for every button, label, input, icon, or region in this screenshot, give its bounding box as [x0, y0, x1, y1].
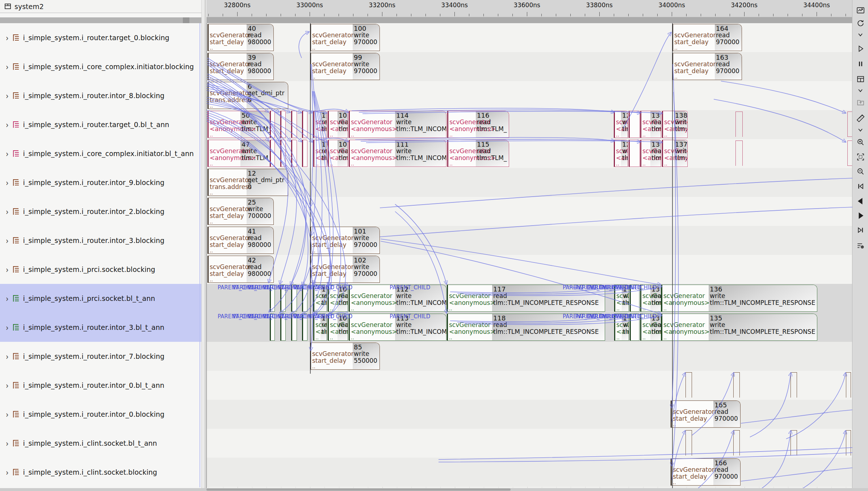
stream-track-i_simple_system.i_router.target_0.blocking[interactable]: 40scvGeneratorreadstart_delay980000..100…	[207, 23, 852, 52]
sidebar-item-i_simple_system.i_prci.socket.blocking[interactable]: ›i_simple_system.i_prci.socket.blocking	[0, 255, 201, 284]
stream-track-i_simple_system.i_core_complex.initiator.blocking[interactable]: 39scvGeneratorreadstart_delay980000..99s…	[207, 52, 852, 81]
transaction-block[interactable]	[270, 140, 275, 167]
transaction-block-114[interactable]: 114scvGeneratorwrite<anonymous>tlm::TLM_…	[349, 111, 446, 138]
transaction-block[interactable]	[291, 111, 297, 138]
transaction-block-12[interactable]: 12scvGeneratorwrite<anonymous>tlm::TLM_.…	[614, 140, 628, 167]
transaction-block[interactable]	[685, 430, 692, 456]
pause-icon[interactable]	[855, 59, 865, 69]
transaction-block[interactable]	[733, 372, 740, 398]
refresh-icon[interactable]	[855, 18, 865, 28]
transaction-block[interactable]	[846, 372, 851, 398]
expand-chevron-icon[interactable]: ›	[6, 293, 9, 303]
sidebar-item-i_simple_system.i_router.intor_0.bl_t_ann[interactable]: ›i_simple_system.i_router.intor_0.bl_t_a…	[0, 371, 201, 400]
transaction-block-11[interactable]: 11scvGeneratorread<anonymous>tlm::TLM_..	[313, 140, 327, 167]
transaction-block-1[interactable]: 1scvGeneratorwrite<anonymous>tlm::TLM_..	[614, 285, 629, 312]
transaction-block[interactable]	[629, 140, 640, 167]
transaction-block-11[interactable]: 11scvGeneratorread<anonymous>tlm::TLM_..	[313, 314, 327, 341]
chevron-down-icon[interactable]	[855, 30, 865, 40]
horizontal-scrollbar[interactable]	[0, 488, 868, 491]
sidebar-item-i_simple_system.i_core_complex.initiator.bl_t_ann[interactable]: ›i_simple_system.i_core_complex.initiato…	[0, 139, 201, 168]
stream-track-i_simple_system.i_clint.socket.bl_t_ann[interactable]	[207, 429, 852, 458]
transaction-block-10[interactable]: 10scvGeneratorread<anonymous>tlm::TLM_..	[328, 314, 348, 341]
transaction-block[interactable]	[630, 314, 640, 341]
transaction-block-135[interactable]: 135scvGeneratorwrite<anonymous>tlm::TLM_…	[661, 314, 817, 341]
transaction-block-11[interactable]: 11scvGeneratorread<anonymous>tlm::TLM_..	[313, 111, 327, 138]
sidebar-item-i_simple_system.i_clint.socket.bl_t_ann[interactable]: ›i_simple_system.i_clint.socket.bl_t_ann	[0, 429, 201, 458]
list-settings-icon[interactable]	[855, 240, 865, 251]
expand-chevron-icon[interactable]: ›	[6, 409, 9, 419]
zoom-in-icon[interactable]	[855, 137, 865, 147]
transaction-block-118[interactable]: 118scvGeneratorread<anonymous>tlm::TLM_I…	[447, 314, 605, 341]
waveform-config-icon[interactable]	[855, 5, 865, 15]
expand-chevron-icon[interactable]: ›	[6, 119, 9, 130]
sidebar-item-i_simple_system.i_router.intor_9.blocking[interactable]: ›i_simple_system.i_router.intor_9.blocki…	[0, 168, 201, 197]
transaction-block[interactable]	[270, 285, 275, 312]
transaction-block-136[interactable]: 136scvGeneratorwrite<anonymous>tlm::TLM_…	[661, 285, 817, 312]
transaction-block-13[interactable]: 13scvGeneratorread<anonymous>tlm::TLM_..	[640, 140, 661, 167]
expand-chevron-icon[interactable]: ›	[6, 438, 9, 448]
ruler-icon[interactable]	[855, 113, 865, 123]
transaction-block[interactable]	[791, 372, 797, 398]
transaction-block-100[interactable]: 100scvGeneratorwritestart_delay970000..	[310, 24, 380, 51]
transaction-block-11[interactable]: 11scvGeneratorread<anonymous>tlm::TLM_..	[313, 285, 327, 312]
transaction-block-164[interactable]: 164scvGeneratorreadstart_delay970000..	[672, 24, 742, 51]
zoom-out-icon[interactable]	[855, 166, 865, 176]
transaction-block-13[interactable]: 13scvGeneratorread<anonymous>tlm::TLM_..	[640, 314, 661, 341]
transaction-block[interactable]	[735, 140, 743, 166]
transaction-block-42[interactable]: 42scvGeneratorreadstart_delay980000..	[207, 256, 274, 283]
transaction-block[interactable]	[846, 430, 851, 456]
transaction-block[interactable]	[291, 314, 297, 341]
transaction-block-117[interactable]: 117scvGeneratorread<anonymous>tlm::TLM_I…	[447, 285, 605, 312]
sidebar-item-i_simple_system.i_router.target_0.blocking[interactable]: ›i_simple_system.i_router.target_0.block…	[0, 23, 201, 52]
transaction-block-85[interactable]: 85scvGeneratorwritestart_delay550000..	[310, 343, 380, 370]
transaction-block-113[interactable]: 113scvGeneratorwrite<anonymous>tlm::TLM_…	[349, 314, 446, 341]
stream-track-i_simple_system.i_router.intor_7.blocking[interactable]: 85scvGeneratorwritestart_delay550000..	[207, 342, 852, 371]
sidebar-item-i_simple_system.i_clint.socket.blocking[interactable]: ›i_simple_system.i_clint.socket.blocking	[0, 458, 201, 487]
expand-chevron-icon[interactable]: ›	[6, 351, 9, 361]
transaction-block-1[interactable]: 1scvGeneratorwrite<anonymous>tlm::TLM_..	[614, 314, 629, 341]
stream-track-i_simple_system.i_router.intor_3.bl_t_ann[interactable]: 11scvGeneratorread<anonymous>tlm::TLM_..…	[207, 313, 852, 342]
transaction-block[interactable]	[280, 111, 286, 138]
transaction-block[interactable]	[270, 111, 275, 138]
expand-chevron-icon[interactable]: ›	[6, 62, 9, 72]
transaction-block[interactable]	[302, 314, 307, 341]
transaction-block[interactable]	[302, 140, 307, 167]
transaction-block-112[interactable]: 112scvGeneratorwrite<anonymous>tlm::TLM_…	[349, 285, 446, 312]
sidebar-scrollbar[interactable]	[0, 17, 201, 23]
sidebar-item-i_simple_system.i_router.intor_7.blocking[interactable]: ›i_simple_system.i_router.intor_7.blocki…	[0, 342, 201, 371]
chevron-down-icon[interactable]	[855, 125, 865, 135]
transaction-block-138[interactable]: 138scvGeneratorwrite<anonymous>tlm::TLM_…	[662, 111, 688, 138]
transaction-block-10[interactable]: 10scvGeneratorread<anonymous>tlm::TLM_..	[328, 285, 348, 312]
transaction-block-39[interactable]: 39scvGeneratorreadstart_delay980000..	[207, 53, 274, 80]
transaction-block[interactable]	[280, 140, 286, 167]
transaction-block[interactable]	[291, 140, 297, 167]
stream-track-i_simple_system.i_core_complex.initiator.bl_t_ann[interactable]: 47scvGeneratorwrite<anonymous>tlm::TLM_.…	[207, 139, 852, 168]
goto-start-icon[interactable]	[855, 181, 865, 191]
sidebar-item-i_simple_system.i_router.intor_2.blocking[interactable]: ›i_simple_system.i_router.intor_2.blocki…	[0, 197, 201, 226]
transaction-block[interactable]	[280, 314, 286, 341]
transaction-block[interactable]	[302, 285, 307, 312]
transaction-block-40[interactable]: 40scvGeneratorreadstart_delay980000..	[207, 24, 274, 51]
stream-track-i_simple_system.i_prci.socket.bl_t_ann[interactable]: 11scvGeneratorread<anonymous>tlm::TLM_..…	[207, 284, 852, 313]
transaction-block-165[interactable]: 165scvGeneratorreadstart_delay970000..	[671, 400, 741, 428]
expand-chevron-icon[interactable]: ›	[6, 467, 9, 477]
transaction-block-116[interactable]: 116scvGeneratorread<anonymous>tlm::TLM_.…	[447, 111, 509, 138]
transaction-block-6[interactable]: 6scvGeneratorget_dmi_ptrtrans.address0..	[207, 82, 288, 109]
sidebar-item-i_simple_system.i_router.intor_0.blocking[interactable]: ›i_simple_system.i_router.intor_0.blocki…	[0, 400, 201, 429]
transaction-block-101[interactable]: 101scvGeneratorwritestart_delay970000..	[310, 227, 380, 254]
sidebar-item-i_simple_system.i_router.intor_3.bl_t_ann[interactable]: ›i_simple_system.i_router.intor_3.bl_t_a…	[0, 313, 201, 342]
expand-chevron-icon[interactable]: ›	[6, 235, 9, 246]
transaction-block[interactable]	[735, 112, 743, 137]
stream-track-i_simple_system.i_clint.socket.blocking[interactable]: 166scvGeneratorreadstart_delay970000..	[207, 458, 852, 487]
transaction-block[interactable]	[630, 285, 640, 312]
transaction-block-166[interactable]: 166scvGeneratorreadstart_delay970000..	[671, 458, 741, 486]
transaction-block-163[interactable]: 163scvGeneratorreadstart_delay970000..	[672, 53, 742, 80]
transaction-block[interactable]	[733, 430, 740, 456]
transaction-block[interactable]	[291, 285, 297, 312]
sidebar-item-i_simple_system.i_router.intor_8.blocking[interactable]: ›i_simple_system.i_router.intor_8.blocki…	[0, 81, 201, 110]
transaction-block-41[interactable]: 41scvGeneratorreadstart_delay980000..	[207, 227, 274, 254]
expand-chevron-icon[interactable]: ›	[6, 264, 9, 274]
transaction-block-111[interactable]: 111scvGeneratorwrite<anonymous>tlm::TLM_…	[349, 140, 446, 167]
transaction-block-137[interactable]: 137scvGeneratorwrite<anonymous>tlm::TLM_…	[662, 140, 688, 167]
transaction-block[interactable]	[629, 111, 640, 138]
